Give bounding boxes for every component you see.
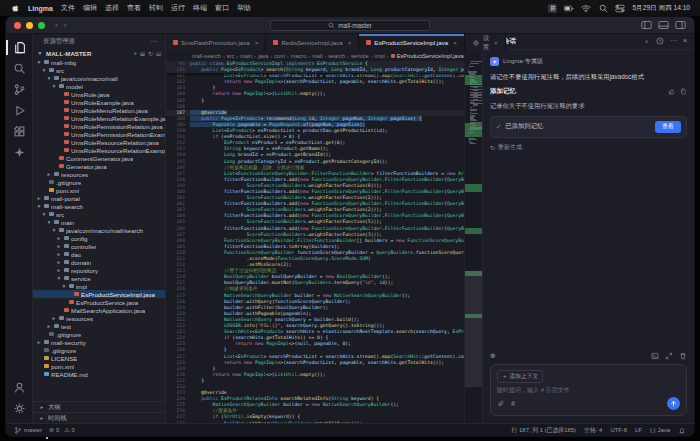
debug-icon[interactable] xyxy=(6,100,33,121)
menu-item[interactable]: 编辑 xyxy=(83,3,97,13)
code-line[interactable]: 238 builder.withQuery(QueryBuilders.matc… xyxy=(166,421,482,423)
tree-item[interactable]: ▾service xyxy=(33,274,165,282)
breadcrumb-item[interactable]: service xyxy=(351,53,369,59)
tree-item[interactable]: EsProductService.java xyxy=(33,298,165,306)
menubar-clock[interactable]: 5月29日 周四 14:10 xyxy=(632,4,690,13)
tree-item[interactable]: UmsRoleResourceRelation.java xyxy=(33,138,165,146)
tree-item[interactable]: ▾model xyxy=(33,82,165,90)
new-folder-icon[interactable]: ⊞ xyxy=(140,50,145,57)
menu-item[interactable]: 选择 xyxy=(105,3,119,13)
add-session-icon[interactable]: ⊕ xyxy=(490,352,496,360)
tree-item[interactable]: MallSearchApplication.java xyxy=(33,306,165,314)
breadcrumb-item[interactable]: java xyxy=(258,53,268,59)
add-context-chip[interactable]: ＋ 添加上下文 xyxy=(497,370,543,383)
tree-item[interactable]: pom.xml xyxy=(33,186,165,194)
tree-item[interactable]: UmsRoleMenuRelationExample.java xyxy=(33,114,165,122)
breadcrumb-item[interactable]: impl xyxy=(375,53,385,59)
tree-item[interactable]: ▸mall-security xyxy=(33,338,165,346)
new-file-icon[interactable]: + xyxy=(133,50,137,57)
tree-item[interactable]: UmsRoleResourceRelationExample... xyxy=(33,146,165,154)
tree-item[interactable]: LICENSE xyxy=(33,354,165,362)
close-panel-icon[interactable]: × xyxy=(683,37,687,47)
breadcrumb-item[interactable]: macro xyxy=(291,53,307,59)
tab-RedisServiceImpl.java[interactable]: RedisServiceImpl.java× xyxy=(266,34,359,51)
tab-SmsFlashPromotion.java[interactable]: SmsFlashPromotion.java× xyxy=(166,34,266,51)
breadcrumb-item[interactable]: search xyxy=(328,53,345,59)
tree-item[interactable]: ▸domain xyxy=(33,258,165,266)
breadcrumb-item[interactable]: mall-search xyxy=(192,53,221,59)
menu-item[interactable]: 窗口 xyxy=(215,3,229,13)
tree-item[interactable]: EsProductServiceImpl.java xyxy=(33,290,165,298)
view-memory-button[interactable]: 查看 xyxy=(655,121,681,133)
tree-item[interactable]: ▸dao xyxy=(33,250,165,258)
tree-item[interactable]: pom.xml xyxy=(33,362,165,370)
tree-item[interactable]: ▾src xyxy=(33,66,165,74)
menu-item[interactable]: 文件 xyxy=(61,3,75,13)
project-root-row[interactable]: ▾ MALL-MASTER + ⊞ ↻ ⊟ xyxy=(33,48,165,58)
battery-icon[interactable] xyxy=(564,3,574,13)
tree-item[interactable]: UmsRoleExample.java xyxy=(33,98,165,106)
outline-section[interactable]: ▸大纲 xyxy=(33,401,165,412)
breadcrumb-item[interactable]: src xyxy=(227,53,234,59)
expand-icon[interactable] xyxy=(665,352,673,360)
menubar-app-name[interactable]: Lingma xyxy=(28,5,53,12)
copy-icon[interactable] xyxy=(680,88,687,95)
git-branch-indicator[interactable]: master xyxy=(14,426,42,435)
tree-item[interactable]: ▾main xyxy=(33,218,165,226)
tree-item[interactable]: README.md xyxy=(33,370,165,378)
tree-item[interactable]: UmsRolePermissionRelationExampl... xyxy=(33,130,165,138)
tree-item[interactable]: .gitignore xyxy=(33,330,165,338)
indentation-setting[interactable]: 空格: 4 xyxy=(584,426,602,435)
collapse-all-icon[interactable]: ⊟ xyxy=(156,50,161,57)
refresh-icon[interactable]: ↻ xyxy=(148,50,153,57)
language-mode[interactable]: { }Java xyxy=(650,427,670,433)
tree-item[interactable]: UmsRolePermissionRelation.java xyxy=(33,122,165,130)
spotlight-search-icon[interactable] xyxy=(598,3,608,13)
close-window-button[interactable] xyxy=(14,22,21,29)
breadcrumb[interactable]: mall-search›src›main›java›com›macro›mall… xyxy=(166,51,482,61)
breadcrumb-item[interactable]: com xyxy=(274,53,285,59)
close-tab-icon[interactable]: × xyxy=(348,39,352,46)
tree-item[interactable]: ▾mall-mbg xyxy=(33,58,165,66)
tab-设置[interactable]: 设置× xyxy=(465,34,506,51)
tree-item[interactable]: ▸mall-portal xyxy=(33,194,165,202)
close-tab-icon[interactable]: × xyxy=(494,39,498,46)
timeline-section[interactable]: ▸时间线 xyxy=(33,412,165,423)
tree-item[interactable]: ▾impl xyxy=(33,282,165,290)
problems-indicator[interactable]: ⊘0 ⚠0 xyxy=(49,427,75,433)
lingma-sparkle-icon[interactable] xyxy=(6,142,33,163)
regenerate-row[interactable]: ↻ 重新生成 xyxy=(490,143,687,152)
tree-item[interactable]: ▸repository xyxy=(33,266,165,274)
scrollbar-thumb[interactable] xyxy=(465,271,482,387)
notifications-bell-icon[interactable] xyxy=(678,426,686,435)
delete-icon[interactable] xyxy=(679,352,687,360)
new-chat-icon[interactable]: ＋ xyxy=(643,37,650,47)
toggle-sidebar-icon[interactable] xyxy=(641,20,652,30)
breadcrumb-item[interactable]: main xyxy=(240,53,252,59)
apple-logo-icon[interactable] xyxy=(10,3,20,13)
settings-gear-icon[interactable] xyxy=(6,398,33,419)
chat-input[interactable]: ＋ 添加上下文 随时提问，输入 # 引用文件 # xyxy=(490,364,687,416)
tree-item[interactable]: Generator.java xyxy=(33,162,165,170)
tree-item[interactable]: ▾java/com/macro/mall xyxy=(33,74,165,82)
input-method-icon[interactable]: 拼 xyxy=(548,4,557,13)
tree-item[interactable]: UmsRole.java xyxy=(33,90,165,98)
history-icon[interactable] xyxy=(656,37,664,47)
tree-item[interactable]: .gitignore xyxy=(33,346,165,354)
window-titlebar[interactable]: ‹ › mall-master xyxy=(6,17,694,34)
tree-item[interactable]: ▾mall-search xyxy=(33,202,165,210)
tab-EsProductServiceImpl.java[interactable]: EsProductServiceImpl.java× xyxy=(359,34,465,51)
wifi-icon[interactable] xyxy=(581,3,591,13)
menu-item[interactable]: 转到 xyxy=(149,3,163,13)
encoding-setting[interactable]: UTF-8 xyxy=(610,427,627,433)
eol-setting[interactable]: LF xyxy=(635,427,642,433)
thumbs-up-icon[interactable] xyxy=(668,88,675,95)
minimize-window-button[interactable] xyxy=(26,22,33,29)
send-button[interactable] xyxy=(667,397,680,410)
image-icon[interactable] xyxy=(651,352,659,360)
attach-icon[interactable] xyxy=(497,400,505,408)
breadcrumb-item[interactable]: EsProductServiceImpl.java xyxy=(391,53,464,59)
hash-icon[interactable]: # xyxy=(511,400,515,407)
code-line[interactable]: 126 public Page<EsProduct> search(String… xyxy=(166,67,482,73)
close-tab-icon[interactable]: × xyxy=(453,39,457,46)
